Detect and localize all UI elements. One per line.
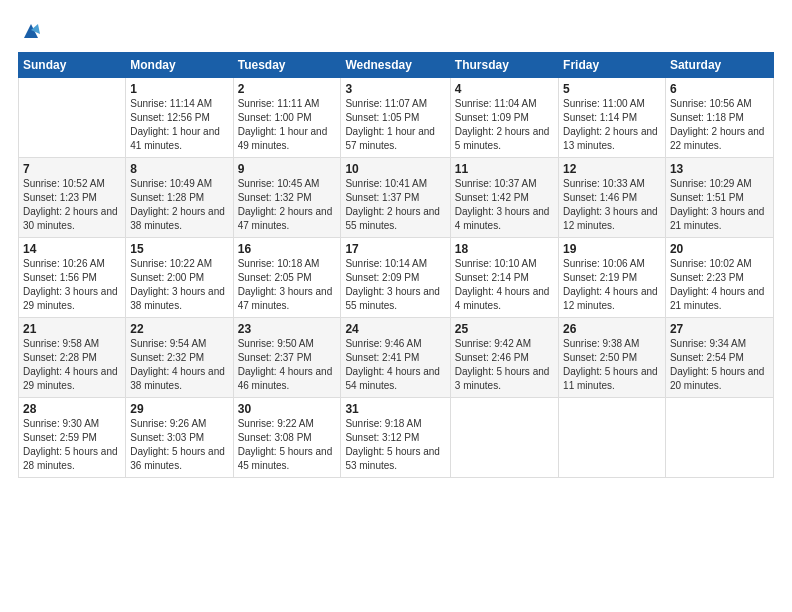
- calendar-cell: [665, 397, 773, 477]
- calendar-cell: 12Sunrise: 10:33 AM Sunset: 1:46 PM Dayl…: [559, 157, 666, 237]
- calendar-cell: 14Sunrise: 10:26 AM Sunset: 1:56 PM Dayl…: [19, 237, 126, 317]
- calendar-cell: 16Sunrise: 10:18 AM Sunset: 2:05 PM Dayl…: [233, 237, 341, 317]
- day-number: 13: [670, 162, 769, 176]
- day-info: Sunrise: 9:18 AM Sunset: 3:12 PM Dayligh…: [345, 417, 445, 473]
- day-number: 9: [238, 162, 337, 176]
- day-number: 29: [130, 402, 228, 416]
- calendar-week-row: 7Sunrise: 10:52 AM Sunset: 1:23 PM Dayli…: [19, 157, 774, 237]
- calendar-week-row: 28Sunrise: 9:30 AM Sunset: 2:59 PM Dayli…: [19, 397, 774, 477]
- calendar-cell: 5Sunrise: 11:00 AM Sunset: 1:14 PM Dayli…: [559, 77, 666, 157]
- calendar-cell: 15Sunrise: 10:22 AM Sunset: 2:00 PM Dayl…: [126, 237, 233, 317]
- day-number: 30: [238, 402, 337, 416]
- calendar-cell: 2Sunrise: 11:11 AM Sunset: 1:00 PM Dayli…: [233, 77, 341, 157]
- day-number: 25: [455, 322, 554, 336]
- day-number: 14: [23, 242, 121, 256]
- day-info: Sunrise: 9:34 AM Sunset: 2:54 PM Dayligh…: [670, 337, 769, 393]
- day-number: 5: [563, 82, 661, 96]
- day-info: Sunrise: 11:14 AM Sunset: 12:56 PM Dayli…: [130, 97, 228, 153]
- day-number: 8: [130, 162, 228, 176]
- calendar-cell: 10Sunrise: 10:41 AM Sunset: 1:37 PM Dayl…: [341, 157, 450, 237]
- day-info: Sunrise: 10:14 AM Sunset: 2:09 PM Daylig…: [345, 257, 445, 313]
- day-info: Sunrise: 10:45 AM Sunset: 1:32 PM Daylig…: [238, 177, 337, 233]
- calendar-week-row: 1Sunrise: 11:14 AM Sunset: 12:56 PM Dayl…: [19, 77, 774, 157]
- day-info: Sunrise: 9:26 AM Sunset: 3:03 PM Dayligh…: [130, 417, 228, 473]
- calendar-cell: 26Sunrise: 9:38 AM Sunset: 2:50 PM Dayli…: [559, 317, 666, 397]
- calendar-cell: 27Sunrise: 9:34 AM Sunset: 2:54 PM Dayli…: [665, 317, 773, 397]
- day-info: Sunrise: 10:22 AM Sunset: 2:00 PM Daylig…: [130, 257, 228, 313]
- calendar-cell: 21Sunrise: 9:58 AM Sunset: 2:28 PM Dayli…: [19, 317, 126, 397]
- day-number: 21: [23, 322, 121, 336]
- calendar-cell: 31Sunrise: 9:18 AM Sunset: 3:12 PM Dayli…: [341, 397, 450, 477]
- logo-icon: [20, 20, 42, 42]
- day-info: Sunrise: 10:56 AM Sunset: 1:18 PM Daylig…: [670, 97, 769, 153]
- day-info: Sunrise: 10:10 AM Sunset: 2:14 PM Daylig…: [455, 257, 554, 313]
- calendar-cell: 6Sunrise: 10:56 AM Sunset: 1:18 PM Dayli…: [665, 77, 773, 157]
- day-number: 18: [455, 242, 554, 256]
- day-number: 31: [345, 402, 445, 416]
- day-info: Sunrise: 10:37 AM Sunset: 1:42 PM Daylig…: [455, 177, 554, 233]
- calendar-cell: 20Sunrise: 10:02 AM Sunset: 2:23 PM Dayl…: [665, 237, 773, 317]
- calendar-cell: 24Sunrise: 9:46 AM Sunset: 2:41 PM Dayli…: [341, 317, 450, 397]
- logo: [18, 18, 42, 42]
- day-info: Sunrise: 10:02 AM Sunset: 2:23 PM Daylig…: [670, 257, 769, 313]
- calendar-cell: 9Sunrise: 10:45 AM Sunset: 1:32 PM Dayli…: [233, 157, 341, 237]
- calendar-cell: 30Sunrise: 9:22 AM Sunset: 3:08 PM Dayli…: [233, 397, 341, 477]
- calendar-week-row: 14Sunrise: 10:26 AM Sunset: 1:56 PM Dayl…: [19, 237, 774, 317]
- calendar-cell: 28Sunrise: 9:30 AM Sunset: 2:59 PM Dayli…: [19, 397, 126, 477]
- day-number: 4: [455, 82, 554, 96]
- calendar-cell: 11Sunrise: 10:37 AM Sunset: 1:42 PM Dayl…: [450, 157, 558, 237]
- day-number: 23: [238, 322, 337, 336]
- day-info: Sunrise: 10:33 AM Sunset: 1:46 PM Daylig…: [563, 177, 661, 233]
- day-info: Sunrise: 10:41 AM Sunset: 1:37 PM Daylig…: [345, 177, 445, 233]
- day-number: 2: [238, 82, 337, 96]
- calendar-cell: 4Sunrise: 11:04 AM Sunset: 1:09 PM Dayli…: [450, 77, 558, 157]
- day-info: Sunrise: 9:30 AM Sunset: 2:59 PM Dayligh…: [23, 417, 121, 473]
- day-number: 10: [345, 162, 445, 176]
- weekday-header-sunday: Sunday: [19, 52, 126, 77]
- day-number: 17: [345, 242, 445, 256]
- day-number: 27: [670, 322, 769, 336]
- day-number: 20: [670, 242, 769, 256]
- day-number: 12: [563, 162, 661, 176]
- weekday-header-friday: Friday: [559, 52, 666, 77]
- day-number: 24: [345, 322, 445, 336]
- day-info: Sunrise: 9:50 AM Sunset: 2:37 PM Dayligh…: [238, 337, 337, 393]
- day-number: 19: [563, 242, 661, 256]
- page-header: [18, 18, 774, 42]
- weekday-header-wednesday: Wednesday: [341, 52, 450, 77]
- day-number: 1: [130, 82, 228, 96]
- calendar-cell: [450, 397, 558, 477]
- calendar-cell: 19Sunrise: 10:06 AM Sunset: 2:19 PM Dayl…: [559, 237, 666, 317]
- day-info: Sunrise: 10:06 AM Sunset: 2:19 PM Daylig…: [563, 257, 661, 313]
- day-number: 3: [345, 82, 445, 96]
- day-number: 22: [130, 322, 228, 336]
- day-number: 16: [238, 242, 337, 256]
- calendar-cell: 23Sunrise: 9:50 AM Sunset: 2:37 PM Dayli…: [233, 317, 341, 397]
- day-info: Sunrise: 10:49 AM Sunset: 1:28 PM Daylig…: [130, 177, 228, 233]
- calendar-cell: 13Sunrise: 10:29 AM Sunset: 1:51 PM Dayl…: [665, 157, 773, 237]
- weekday-header-thursday: Thursday: [450, 52, 558, 77]
- day-number: 28: [23, 402, 121, 416]
- calendar-cell: 17Sunrise: 10:14 AM Sunset: 2:09 PM Dayl…: [341, 237, 450, 317]
- calendar-cell: 3Sunrise: 11:07 AM Sunset: 1:05 PM Dayli…: [341, 77, 450, 157]
- day-info: Sunrise: 9:22 AM Sunset: 3:08 PM Dayligh…: [238, 417, 337, 473]
- day-info: Sunrise: 11:11 AM Sunset: 1:00 PM Daylig…: [238, 97, 337, 153]
- day-info: Sunrise: 10:18 AM Sunset: 2:05 PM Daylig…: [238, 257, 337, 313]
- calendar-cell: 8Sunrise: 10:49 AM Sunset: 1:28 PM Dayli…: [126, 157, 233, 237]
- day-info: Sunrise: 9:54 AM Sunset: 2:32 PM Dayligh…: [130, 337, 228, 393]
- calendar-cell: [559, 397, 666, 477]
- calendar-cell: 22Sunrise: 9:54 AM Sunset: 2:32 PM Dayli…: [126, 317, 233, 397]
- calendar-cell: 18Sunrise: 10:10 AM Sunset: 2:14 PM Dayl…: [450, 237, 558, 317]
- day-info: Sunrise: 10:29 AM Sunset: 1:51 PM Daylig…: [670, 177, 769, 233]
- day-info: Sunrise: 10:52 AM Sunset: 1:23 PM Daylig…: [23, 177, 121, 233]
- calendar-week-row: 21Sunrise: 9:58 AM Sunset: 2:28 PM Dayli…: [19, 317, 774, 397]
- day-number: 15: [130, 242, 228, 256]
- day-number: 6: [670, 82, 769, 96]
- day-info: Sunrise: 9:42 AM Sunset: 2:46 PM Dayligh…: [455, 337, 554, 393]
- weekday-header-row: SundayMondayTuesdayWednesdayThursdayFrid…: [19, 52, 774, 77]
- day-info: Sunrise: 10:26 AM Sunset: 1:56 PM Daylig…: [23, 257, 121, 313]
- day-info: Sunrise: 11:07 AM Sunset: 1:05 PM Daylig…: [345, 97, 445, 153]
- day-number: 11: [455, 162, 554, 176]
- weekday-header-tuesday: Tuesday: [233, 52, 341, 77]
- day-info: Sunrise: 9:46 AM Sunset: 2:41 PM Dayligh…: [345, 337, 445, 393]
